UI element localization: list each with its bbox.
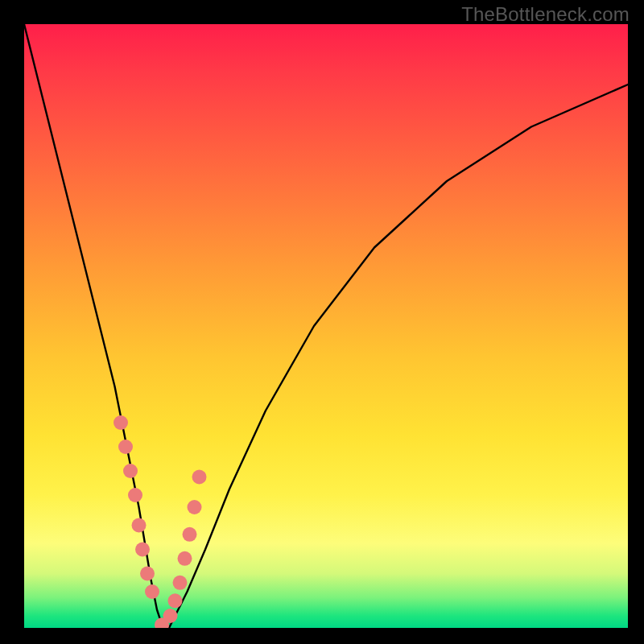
highlight-dot xyxy=(178,551,192,566)
highlight-dot xyxy=(128,488,142,502)
highlight-dot xyxy=(132,518,147,533)
highlight-dots xyxy=(114,415,207,628)
highlight-dot xyxy=(140,567,155,581)
highlight-dot xyxy=(192,470,207,485)
highlight-dot xyxy=(173,576,188,590)
chart-frame: TheBottleneck.com xyxy=(0,0,644,644)
watermark-text: TheBottleneck.com xyxy=(461,3,630,26)
bottleneck-curve xyxy=(24,24,628,628)
highlight-dot xyxy=(145,584,159,599)
highlight-dot xyxy=(168,593,183,608)
highlight-dot xyxy=(183,527,197,542)
highlight-dot xyxy=(163,609,178,623)
highlight-dot xyxy=(114,415,128,430)
highlight-dot xyxy=(118,440,133,454)
highlight-dot xyxy=(188,500,202,514)
plot-area xyxy=(24,24,628,628)
bottleneck-curve-svg xyxy=(24,24,628,628)
highlight-dot xyxy=(123,464,138,478)
highlight-dot xyxy=(135,543,150,557)
